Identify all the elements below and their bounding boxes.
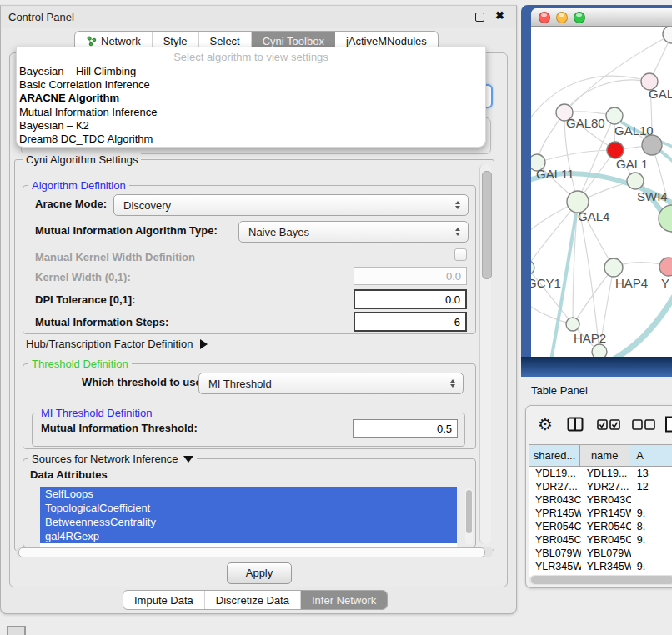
column-header[interactable]: name (580, 445, 629, 466)
network-node-swi4[interactable] (627, 172, 644, 189)
tab-infer-network[interactable]: Infer Network (301, 591, 387, 609)
new-table-button[interactable] (661, 416, 672, 432)
tab-label: Impute Data (134, 594, 193, 607)
node-label: GAL10 (614, 123, 654, 138)
table-row[interactable]: YBR043CYBR043C (529, 493, 672, 507)
zoom-traffic-icon[interactable] (574, 12, 585, 23)
node-label: GAL (649, 87, 672, 101)
algorithm-definition-title: Algorithm Definition (28, 179, 129, 192)
algorithm-option[interactable]: Mutual Information Inference (19, 106, 485, 119)
close-icon[interactable]: ✖ (495, 9, 504, 22)
minimize-traffic-icon[interactable] (556, 12, 568, 23)
network-node-gal10[interactable] (606, 108, 623, 124)
selected-value: MI Threshold (199, 378, 450, 390)
data-attributes-label: Data Attributes (30, 468, 108, 481)
algorithm-option[interactable]: ARACNE Algorithm (19, 92, 485, 105)
cyni-bottom-tabbar: Impute Data Discretize Data Infer Networ… (123, 590, 388, 610)
aracne-mode-label: Aracne Mode: (35, 198, 107, 210)
table-row[interactable]: YDR27...YDR27...12 (529, 480, 672, 493)
node-label: GAL1 (616, 157, 648, 171)
mi-threshold-field[interactable] (353, 419, 458, 438)
collapsed-panel-box[interactable] (7, 626, 26, 635)
aracne-mode-select[interactable]: Discovery (113, 194, 469, 216)
algorithm-options-list: Bayesian – Hill ClimbingBasic Correlatio… (17, 63, 485, 146)
mi-type-label: Mutual Information Algorithm Type: (35, 224, 218, 237)
table-horizontal-scrollbar[interactable] (529, 575, 672, 585)
node-label: Y (661, 276, 669, 290)
panel-title: Control Panel (8, 11, 74, 23)
table-row[interactable]: YBR045CYBR045C9. (529, 533, 672, 547)
network-node-gal1[interactable] (607, 142, 624, 158)
algorithm-option[interactable]: Dream8 DC_TDC Algorithm (19, 132, 485, 146)
data-attributes-list[interactable]: SelfLoopsTopologicalCoefficientBetweenne… (40, 487, 457, 548)
algorithm-option[interactable]: Bayesian – Hill Climbing (19, 65, 485, 78)
network-node-hap2[interactable] (566, 318, 579, 331)
attribute-item[interactable]: BetweennessCentrality (40, 515, 457, 529)
table-panel-title: Table Panel (531, 384, 588, 397)
attributes-scrollbar[interactable] (465, 488, 473, 545)
network-canvas[interactable]: GALGAL80GAL10GAL1GAL11SWI4GAL4GCY1HAP4YH… (531, 27, 672, 357)
tab-discretize-data[interactable]: Discretize Data (205, 591, 301, 609)
table-cell: YPR145W (529, 507, 581, 520)
settings-horizontal-scrollbar[interactable] (16, 547, 493, 558)
float-window-icon[interactable] (475, 12, 484, 22)
show-columns-button[interactable] (559, 417, 591, 432)
attribute-item[interactable]: TopologicalCoefficient (40, 501, 457, 515)
table-cell (631, 547, 672, 560)
mi-algorithm-type-select[interactable]: Naive Bayes (238, 221, 469, 242)
kernel-width-field[interactable] (354, 267, 467, 285)
table-cell: YDR27... (529, 480, 581, 493)
table-row[interactable]: YLR345WYLR345W9. (529, 560, 672, 573)
attribute-item[interactable]: SelfLoops (40, 487, 457, 501)
control-panel-titlebar[interactable]: Control Panel ✖ (1, 6, 516, 28)
table-cell: YDL19... (581, 467, 631, 480)
algorithm-option[interactable]: Basic Correlation Inference (19, 78, 485, 92)
mi-steps-field[interactable] (354, 312, 467, 332)
network-node[interactable] (642, 135, 662, 155)
apply-button[interactable]: Apply (227, 562, 292, 584)
settings-vertical-scrollbar[interactable] (479, 164, 491, 544)
network-window-titlebar[interactable] (531, 8, 672, 27)
hub-definition-expander[interactable]: Hub/Transcription Factor Definition (26, 338, 208, 350)
stepper-arrows-icon (455, 201, 460, 209)
threshold-definition-title: Threshold Definition (28, 358, 132, 370)
column-header[interactable]: shared... (529, 445, 580, 466)
manual-kernel-checkbox[interactable] (454, 248, 467, 261)
close-traffic-icon[interactable] (539, 12, 550, 23)
table-row[interactable]: YDL19...YDL19...13 (529, 467, 672, 480)
column-header[interactable]: A (629, 445, 672, 466)
which-threshold-select[interactable]: MI Threshold (198, 372, 464, 394)
table-cell: YBL079W (529, 547, 581, 560)
table-row[interactable]: YPR145WYPR145W9. (529, 507, 672, 520)
mi-threshold-title: MI Threshold Definition (38, 407, 155, 419)
kernel-width-label: Kernel Width (0,1): (35, 271, 131, 283)
select-all-columns-button[interactable] (591, 419, 626, 430)
table-row[interactable]: YBL079WYBL079W (529, 547, 672, 560)
selected-value: Discovery (114, 199, 455, 212)
table-header-row: shared...nameA (529, 445, 672, 467)
table-settings-button[interactable]: ⚙ (531, 416, 559, 432)
network-node[interactable] (592, 344, 607, 357)
attribute-item[interactable]: gal4RGexp (40, 529, 457, 543)
network-node-gcy1[interactable] (531, 260, 534, 275)
deselect-all-columns-button[interactable] (626, 419, 661, 430)
table-row[interactable]: YER054CYER054C8. (529, 520, 672, 533)
dpi-tolerance-field[interactable] (354, 289, 467, 309)
network-node-y[interactable] (659, 258, 672, 276)
table-cell: 9. (631, 560, 672, 573)
algorithm-option[interactable]: Bayesian – K2 (19, 119, 485, 132)
new-table-icon (664, 416, 672, 432)
node-label: SWI4 (637, 189, 668, 203)
control-panel-window: Control Panel ✖ Network Style Select (0, 5, 517, 614)
unchecked-boxes-icon (632, 419, 655, 430)
table-cell: YBL079W (581, 547, 631, 560)
manual-kernel-label: Manual Kernel Width Definition (35, 251, 195, 263)
network-node[interactable] (663, 27, 672, 43)
sources-title-row[interactable]: Sources for Network Inference (28, 452, 197, 465)
network-node-hap4[interactable] (604, 258, 623, 277)
tab-label: Style (163, 35, 188, 48)
tab-impute-data[interactable]: Impute Data (123, 591, 205, 609)
network-view-frame: GALGAL80GAL10GAL1GAL11SWI4GAL4GCY1HAP4YH… (521, 5, 672, 377)
table-cell: 9. (631, 533, 672, 547)
sources-title: Sources for Network Inference (32, 452, 178, 465)
